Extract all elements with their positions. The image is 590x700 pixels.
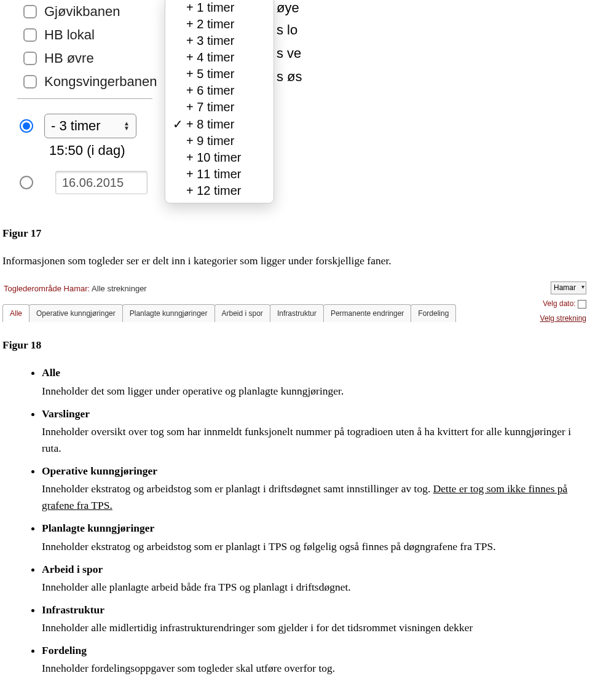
term: Arbeid i spor xyxy=(42,563,103,575)
list-item: Operative kunngjøringer Inneholder ekstr… xyxy=(42,463,588,514)
route-checkbox-row[interactable]: Kongsvingerbanen xyxy=(23,70,157,93)
tab-operative[interactable]: Operative kunngjøringer xyxy=(29,304,123,323)
radio-icon[interactable] xyxy=(20,119,33,133)
checkbox-icon[interactable] xyxy=(23,52,37,65)
option-label: + 5 timer xyxy=(186,67,234,81)
checkbox-icon[interactable] xyxy=(23,5,37,18)
checkbox-label: HB øvre xyxy=(44,50,94,66)
time-offset-select[interactable]: - 3 timer ▲▼ xyxy=(44,114,136,138)
list-item: Arbeid i spor Inneholder alle planlagte … xyxy=(42,561,588,596)
route-checkbox-row[interactable]: HB øvre xyxy=(23,47,157,70)
divider xyxy=(17,98,152,99)
desc: Inneholder fordelingsoppgaver som togled… xyxy=(42,660,588,677)
list-item: Infrastruktur Inneholder alle midlertidi… xyxy=(42,602,588,636)
option-label: + 11 timer xyxy=(186,167,241,181)
desc: Inneholder alle planlagte arbeid både fr… xyxy=(42,579,588,596)
term: Planlagte kunngjøringer xyxy=(42,522,154,534)
category-list: Alle Inneholder det som ligger under ope… xyxy=(2,364,588,677)
obscured-text: s øs xyxy=(277,69,302,87)
desc: Inneholder alle midlertidig infrastruktu… xyxy=(42,619,588,636)
tab-planlagte[interactable]: Planlagte kunngjøringer xyxy=(122,304,215,323)
select-value: - 3 timer xyxy=(51,118,101,134)
document-body: Figur 17 Informasjonen som togleder ser … xyxy=(0,215,590,700)
route-checkbox-row[interactable]: Gjøvikbanen xyxy=(23,0,157,23)
check-icon: ✓ xyxy=(173,117,186,132)
desc: Inneholder oversikt over tog som har inn… xyxy=(42,423,588,457)
right-controls: Hamar Velg dato: Velg strekning xyxy=(540,281,586,324)
route-checkbox-row[interactable]: HB lokal xyxy=(23,23,157,47)
term: Fordeling xyxy=(42,644,87,656)
obscured-text: s lo xyxy=(277,22,302,41)
route-checkbox-list: Gjøvikbanen HB lokal HB øvre Kongsvinger… xyxy=(23,0,157,93)
ui-screenshot-tabs: Toglederområde Hamar: Alle strekninger H… xyxy=(2,281,588,328)
term: Infrastruktur xyxy=(42,604,104,616)
term: Varslinger xyxy=(42,407,90,420)
checkbox-label: Kongsvingerbanen xyxy=(44,74,157,90)
obscured-text: øye xyxy=(277,0,302,18)
radio-row-relative[interactable]: - 3 timer ▲▼ xyxy=(20,114,136,138)
area-title-value: Alle strekninger xyxy=(92,284,147,293)
dropdown-option[interactable]: + 7 timer xyxy=(165,99,273,116)
dropdown-option[interactable]: + 9 timer xyxy=(165,133,273,149)
desc-text: Inneholder ekstratog og arbeidstog som e… xyxy=(42,482,433,495)
area-title: Toglederområde Hamar: Alle strekninger xyxy=(4,283,147,295)
resolved-time-label: 15:50 (i dag) xyxy=(49,143,125,159)
dropdown-option[interactable]: + 11 timer xyxy=(165,166,273,183)
dropdown-option[interactable]: + 6 timer xyxy=(165,82,273,99)
ui-screenshot-top: Gjøvikbanen HB lokal HB øvre Kongsvinger… xyxy=(0,0,307,215)
date-input[interactable]: 16.06.2015 xyxy=(55,171,148,194)
area-title-label: Toglederområde Hamar: xyxy=(4,284,90,293)
term: Alle xyxy=(42,366,60,379)
option-label: + 10 timer xyxy=(186,151,241,165)
dropdown-option[interactable]: + 2 timer xyxy=(165,16,273,33)
dropdown-option[interactable]: + 1 timer xyxy=(165,0,273,16)
list-item: Alle Inneholder det som ligger under ope… xyxy=(42,364,588,399)
desc: Inneholder ekstratog og arbeidstog som e… xyxy=(42,481,588,514)
dropdown-option[interactable]: + 4 timer xyxy=(165,49,273,66)
checkbox-label: Gjøvikbanen xyxy=(44,4,120,20)
checkbox-icon[interactable] xyxy=(23,28,37,42)
date-label: Velg dato: xyxy=(543,299,575,308)
option-label: + 6 timer xyxy=(186,84,234,98)
figure-caption-18: Figur 18 xyxy=(2,337,588,353)
term: Operative kunngjøringer xyxy=(42,465,157,477)
list-item: Fordeling Inneholder fordelingsoppgaver … xyxy=(42,642,588,677)
time-radio-group: - 3 timer ▲▼ xyxy=(20,114,136,147)
figure-caption-17: Figur 17 xyxy=(2,225,588,242)
dropdown-option[interactable]: ✓+ 8 timer xyxy=(165,116,273,133)
date-picker-icon[interactable] xyxy=(578,300,586,309)
stepper-icon[interactable]: ▲▼ xyxy=(124,121,130,131)
tab-arbeid-i-spor[interactable]: Arbeid i spor xyxy=(214,304,270,323)
radio-row-date[interactable]: 16.06.2015 xyxy=(20,171,148,194)
date-value: 16.06.2015 xyxy=(62,176,124,190)
obscured-text: s ve xyxy=(277,45,302,64)
option-label: + 9 timer xyxy=(186,134,234,148)
time-offset-dropdown[interactable]: + 1 timer + 2 timer + 3 timer + 4 timer … xyxy=(165,0,274,203)
option-label: + 12 timer xyxy=(186,184,241,198)
dropdown-option[interactable]: + 12 timer xyxy=(165,183,273,199)
tab-strip: Alle Operative kunngjøringer Planlagte k… xyxy=(2,304,455,323)
radio-icon[interactable] xyxy=(20,176,33,189)
dropdown-option[interactable]: + 5 timer xyxy=(165,66,273,82)
list-item: Planlagte kunngjøringer Inneholder ekstr… xyxy=(42,520,588,554)
tab-permanente[interactable]: Permanente endringer xyxy=(323,304,411,323)
desc: Inneholder det som ligger under operativ… xyxy=(42,383,588,399)
area-select-value: Hamar xyxy=(554,283,576,292)
option-label: + 8 timer xyxy=(186,117,234,132)
tab-alle[interactable]: Alle xyxy=(2,304,30,323)
dropdown-option[interactable]: + 10 timer xyxy=(165,149,273,166)
desc: Inneholder ekstratog og arbeidstog som e… xyxy=(42,538,588,555)
tab-fordeling[interactable]: Fordeling xyxy=(411,304,456,323)
checkbox-icon[interactable] xyxy=(23,75,37,88)
obscured-text-column: øye s lo s ve s øs xyxy=(277,0,302,87)
option-label: + 3 timer xyxy=(186,34,234,48)
area-select[interactable]: Hamar xyxy=(551,281,586,294)
dropdown-option[interactable]: + 3 timer xyxy=(165,33,273,49)
tab-infrastruktur[interactable]: Infrastruktur xyxy=(270,304,324,323)
intro-paragraph: Informasjonen som togleder ser er delt i… xyxy=(2,253,588,269)
select-route-link[interactable]: Velg strekning xyxy=(540,314,586,323)
option-label: + 4 timer xyxy=(186,50,234,65)
option-label: + 2 timer xyxy=(186,17,234,31)
list-item: Varslinger Inneholder oversikt over tog … xyxy=(42,406,588,457)
checkbox-label: HB lokal xyxy=(44,27,95,43)
